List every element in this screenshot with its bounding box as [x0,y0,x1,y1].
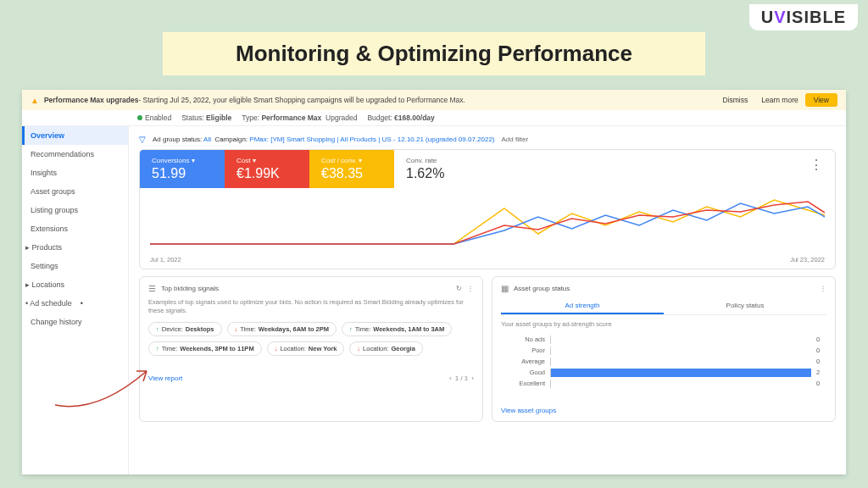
panel-title: Asset group status [514,285,570,292]
dismiss-link[interactable]: Dismiss [723,96,748,104]
history-icon[interactable]: ↻ [456,285,462,292]
sidebar-item-locations[interactable]: ▸ Locations [22,275,128,294]
chart-start-date: Jul 1, 2022 [150,256,181,263]
bidding-signal-chip: ↓ Location: New York [267,341,345,356]
top-bidding-signals-panel: ☰ Top bidding signals ↻ ⋮ Examples of to… [139,276,483,422]
asset-subtitle: Your asset groups by ad-strength score [501,320,826,329]
add-filter-button[interactable]: Add filter [502,136,529,143]
metric-cost-per-conv[interactable]: Cost / conv. ▾ €38.35 [309,150,394,188]
view-asset-groups-link[interactable]: View asset groups [501,407,556,414]
sidebar-item-extensions[interactable]: Extensions [22,219,128,238]
next-icon[interactable]: › [471,374,474,382]
view-button[interactable]: View [805,93,837,107]
alert-text: - Starting Jul 25, 2022, your eligible S… [138,96,465,104]
metric-conv-rate[interactable]: Conv. rate 1.62% [394,150,479,188]
sidebar-item-change-history[interactable]: Change history [22,313,128,331]
strength-bar-row: Poor0 [501,347,826,355]
sidebar-item-products[interactable]: ▸ Products [22,238,128,257]
signals-icon: ☰ [148,284,156,293]
bidding-signal-chip: ↓ Location: Georgia [349,341,423,356]
chart-menu-icon[interactable]: ⋮ [798,150,835,188]
main-content: ▽ Ad group status: All Campaign: PMax: [… [129,126,846,474]
brand-logo: UVISIBLE [749,4,858,30]
panel-description: Examples of top signals used to optimize… [148,298,474,315]
strength-bar-row: Excellent0 [501,380,826,388]
google-ads-window: ▲ Performance Max upgrades - Starting Ju… [22,90,846,474]
panel-title: Top bidding signals [161,285,219,292]
strength-bar-row: Average0 [501,358,826,366]
chart-end-date: Jul 23, 2022 [790,256,825,263]
asset-group-status-panel: ▦ Asset group status ⋮ Ad strength Polic… [492,276,836,422]
tab-policy-status[interactable]: Policy status [664,298,826,314]
asset-icon: ▦ [501,284,509,293]
view-report-link[interactable]: View report [148,374,182,382]
pager: ‹ 1 / 1 › [449,374,474,382]
tab-ad-strength[interactable]: Ad strength [501,298,664,314]
sidebar-item-insights[interactable]: Insights [22,164,128,182]
bidding-signal-chip: ↑ Time: Weekends, 3PM to 11PM [148,341,262,356]
panel-menu-icon[interactable]: ⋮ [820,285,826,292]
sidebar-item-asset-groups[interactable]: Asset groups [22,182,128,201]
bidding-signal-chip: ↓ Time: Weekdays, 6AM to 2PM [227,322,337,336]
performance-chart-card: Conversions ▾ 51.99 Cost ▾ €1.99K Cost /… [139,149,836,269]
strength-bar-row: Good2 [501,369,826,377]
upgrade-alert: ▲ Performance Max upgrades - Starting Ju… [22,90,846,110]
bidding-signal-chip: ↑ Time: Weekends, 1AM to 3AM [342,322,452,336]
campaign-status-row: Enabled Status: Eligible Type: Performan… [22,110,846,126]
metric-cost[interactable]: Cost ▾ €1.99K [225,150,309,188]
panel-menu-icon[interactable]: ⋮ [467,285,474,292]
learn-more-link[interactable]: Learn more [761,96,798,104]
enabled-dot-icon [137,115,142,120]
prev-icon[interactable]: ‹ [449,374,452,382]
slide-title: Monitoring & Optimizing Performance [163,32,705,75]
bidding-signal-chip: ↑ Device: Desktops [148,322,222,336]
strength-bar-row: No ads0 [501,336,826,344]
warning-icon: ▲ [31,96,39,105]
sidebar-item-listing-groups[interactable]: Listing groups [22,201,128,219]
filter-icon[interactable]: ▽ [139,135,146,144]
sidebar-item-recommendations[interactable]: Recommendations [22,145,128,164]
metric-conversions[interactable]: Conversions ▾ 51.99 [140,150,225,188]
left-sidebar: Overview Recommendations Insights Asset … [22,126,129,474]
sidebar-item-ad-schedule[interactable]: • Ad schedule • [22,294,128,313]
filter-bar: ▽ Ad group status: All Campaign: PMax: [… [139,131,836,149]
sidebar-item-settings[interactable]: Settings [22,257,128,275]
alert-title: Performance Max upgrades [44,96,138,104]
line-chart [140,188,835,256]
sidebar-item-overview[interactable]: Overview [22,126,128,145]
